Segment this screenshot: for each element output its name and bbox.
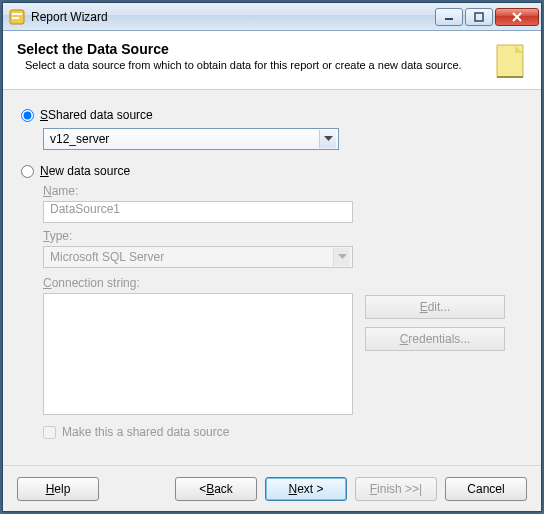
make-shared-checkbox-row: Make this a shared data source xyxy=(43,425,523,439)
wizard-footer: Help < Back Next > Finish >>| Cancel xyxy=(3,465,541,511)
svg-rect-1 xyxy=(12,13,22,15)
new-data-source-radio-row[interactable]: New data source xyxy=(21,164,523,178)
chevron-down-icon xyxy=(319,130,336,148)
shared-data-source-value: v12_server xyxy=(50,132,109,146)
close-button[interactable] xyxy=(495,8,539,26)
svg-rect-4 xyxy=(475,13,483,21)
new-data-source-radio[interactable] xyxy=(21,165,34,178)
note-icon xyxy=(493,41,527,81)
make-shared-checkbox xyxy=(43,426,56,439)
window-title: Report Wizard xyxy=(31,10,435,24)
svg-marker-10 xyxy=(324,136,333,141)
edit-button: Edit... xyxy=(365,295,505,319)
type-combo: Microsoft SQL Server xyxy=(43,246,353,268)
make-shared-label: Make this a shared data source xyxy=(62,425,229,439)
shared-data-source-label: SShared data source xyxy=(40,108,153,122)
connection-string-label: Connection string: xyxy=(43,276,523,290)
svg-rect-2 xyxy=(12,17,19,19)
next-button[interactable]: Next > xyxy=(265,477,347,501)
new-data-source-label: New data source xyxy=(40,164,130,178)
wizard-header: Select the Data Source Select a data sou… xyxy=(3,31,541,90)
back-button[interactable]: < Back xyxy=(175,477,257,501)
help-button[interactable]: Help xyxy=(17,477,99,501)
credentials-button: Credentials... xyxy=(365,327,505,351)
type-value: Microsoft SQL Server xyxy=(50,250,164,264)
maximize-button[interactable] xyxy=(465,8,493,26)
svg-marker-11 xyxy=(338,254,347,259)
shared-data-source-combo[interactable]: v12_server xyxy=(43,128,339,150)
page-subtitle: Select a data source from which to obtai… xyxy=(17,59,485,71)
name-label: Name: xyxy=(43,184,523,198)
type-label: Type: xyxy=(43,229,523,243)
shared-data-source-radio-row[interactable]: SShared data source xyxy=(21,108,523,122)
window-controls xyxy=(435,8,539,26)
name-field: DataSource1 xyxy=(43,201,353,223)
minimize-button[interactable] xyxy=(435,8,463,26)
wizard-body: SShared data source v12_server New data … xyxy=(3,90,541,465)
cancel-button[interactable]: Cancel xyxy=(445,477,527,501)
finish-button: Finish >>| xyxy=(355,477,437,501)
chevron-down-icon xyxy=(333,248,350,266)
page-title: Select the Data Source xyxy=(17,41,485,57)
app-icon xyxy=(9,9,25,25)
connection-string-field xyxy=(43,293,353,415)
titlebar: Report Wizard xyxy=(3,3,541,31)
shared-data-source-radio[interactable] xyxy=(21,109,34,122)
report-wizard-window: Report Wizard Select the Data Source Sel… xyxy=(2,2,542,512)
